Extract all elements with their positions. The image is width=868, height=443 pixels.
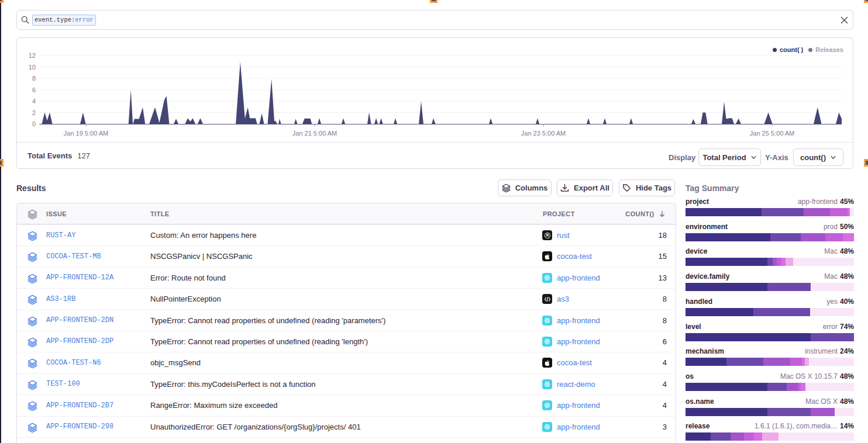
svg-text:12: 12 — [29, 52, 36, 59]
svg-text:Jan 23 5:00 AM: Jan 23 5:00 AM — [521, 130, 566, 137]
svg-text:8: 8 — [32, 75, 36, 82]
svg-text:2: 2 — [32, 109, 36, 116]
svg-text:10: 10 — [29, 64, 36, 71]
svg-text:4: 4 — [32, 98, 36, 105]
svg-text:Jan 21 5:00 AM: Jan 21 5:00 AM — [292, 130, 337, 137]
svg-text:Jan 19 5:00 AM: Jan 19 5:00 AM — [64, 130, 108, 137]
svg-text:R: R — [546, 233, 549, 237]
svg-text:Jan 25 5:00 AM: Jan 25 5:00 AM — [750, 130, 794, 137]
svg-text:0: 0 — [32, 120, 36, 127]
svg-text:6: 6 — [32, 86, 36, 94]
